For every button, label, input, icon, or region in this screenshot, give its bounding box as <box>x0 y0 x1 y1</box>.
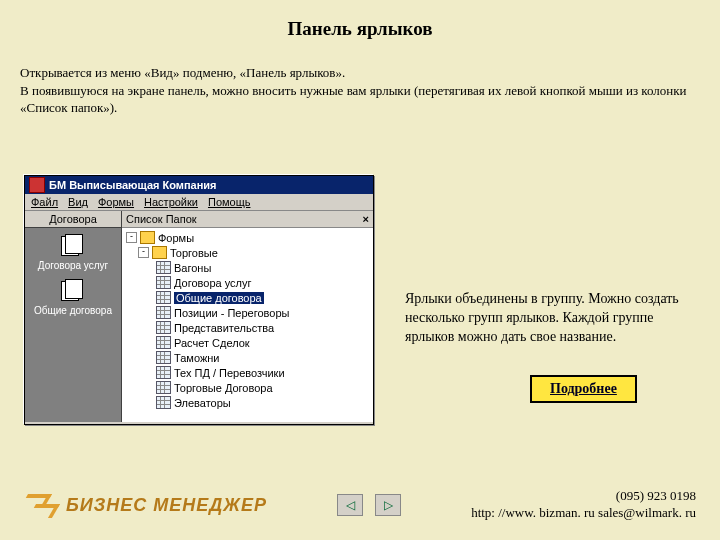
shortcut-group-header[interactable]: Договора <box>25 211 121 228</box>
tree-label: Договора услуг <box>174 277 252 289</box>
tree-label: Торговые <box>170 247 218 259</box>
contact-block: (095) 923 0198 http: //www. bizman. ru s… <box>471 488 696 522</box>
table-icon <box>156 381 171 394</box>
tree-row[interactable]: Позиции - Переговоры <box>122 305 373 320</box>
tree-title: Список Папок <box>126 213 197 225</box>
tree-label: Расчет Сделок <box>174 337 250 349</box>
tree-label: Позиции - Переговоры <box>174 307 289 319</box>
table-icon <box>156 351 171 364</box>
tree-row[interactable]: -Формы <box>122 230 373 245</box>
tree-row[interactable]: Тех ПД / Перевозчики <box>122 365 373 380</box>
logo-mark-icon <box>24 490 60 520</box>
tree-label: Представительства <box>174 322 274 334</box>
more-button[interactable]: Подробнее <box>530 375 637 403</box>
shortcut-docs-icon <box>59 234 87 258</box>
app-icon <box>29 177 45 193</box>
tree-label: Общие договора <box>174 292 264 304</box>
shortcut-label: Договора услуг <box>27 260 119 271</box>
tree-header: Список Папок × <box>122 211 373 228</box>
table-icon <box>156 321 171 334</box>
folder-tree-panel: Список Папок × -Формы-ТорговыеВагоныДого… <box>122 211 373 422</box>
tree-row[interactable]: Таможни <box>122 350 373 365</box>
menu-settings[interactable]: Настройки <box>144 196 198 208</box>
tree-row[interactable]: Общие договора <box>122 290 373 305</box>
menu-forms[interactable]: Формы <box>98 196 134 208</box>
shortcut-item[interactable]: Общие договора <box>25 273 121 318</box>
menu-view[interactable]: Вид <box>68 196 88 208</box>
tree-row[interactable]: Расчет Сделок <box>122 335 373 350</box>
tree-label: Тех ПД / Перевозчики <box>174 367 285 379</box>
intro-text: Открывается из меню «Вид» подменю, «Пане… <box>0 46 720 117</box>
table-icon <box>156 336 171 349</box>
tree-label: Формы <box>158 232 194 244</box>
tree-row[interactable]: Торговые Договора <box>122 380 373 395</box>
tree-row[interactable]: -Торговые <box>122 245 373 260</box>
contact-web: http: //www. bizman. ru sales@wilmark. r… <box>471 505 696 522</box>
app-window: БМ Выписывающая Компания Файл Вид Формы … <box>24 175 374 425</box>
side-caption: Ярлыки объединены в группу. Можно создат… <box>405 290 695 347</box>
window-title: БМ Выписывающая Компания <box>49 179 217 191</box>
tree-label: Вагоны <box>174 262 211 274</box>
titlebar: БМ Выписывающая Компания <box>25 176 373 194</box>
next-slide-button[interactable]: ▷ <box>375 494 401 516</box>
collapse-icon[interactable]: - <box>126 232 137 243</box>
contact-phone: (095) 923 0198 <box>471 488 696 505</box>
tree-row[interactable]: Элеваторы <box>122 395 373 410</box>
prev-slide-button[interactable]: ◁ <box>337 494 363 516</box>
tree-label: Торговые Договора <box>174 382 273 394</box>
table-icon <box>156 366 171 379</box>
folder-icon <box>140 231 155 244</box>
folder-icon <box>152 246 167 259</box>
menu-file[interactable]: Файл <box>31 196 58 208</box>
tree-close-button[interactable]: × <box>363 213 369 225</box>
shortcut-item[interactable]: Договора услуг <box>25 228 121 273</box>
page-title: Панель ярлыков <box>0 0 720 46</box>
table-icon <box>156 396 171 409</box>
tree-label: Элеваторы <box>174 397 231 409</box>
table-icon <box>156 261 171 274</box>
tree-row[interactable]: Представительства <box>122 320 373 335</box>
table-icon <box>156 291 171 304</box>
menu-bar: Файл Вид Формы Настройки Помощь <box>25 194 373 211</box>
tree-row[interactable]: Договора услуг <box>122 275 373 290</box>
slide-nav: ◁ ▷ <box>337 494 401 516</box>
logo-text: БИЗНЕС МЕНЕДЖЕР <box>66 495 267 516</box>
app-screenshot: БМ Выписывающая Компания Файл Вид Формы … <box>24 175 374 425</box>
brand-logo: БИЗНЕС МЕНЕДЖЕР <box>24 490 267 520</box>
menu-help[interactable]: Помощь <box>208 196 251 208</box>
shortcut-panel: Договора Договора услуг Общие договора <box>25 211 122 422</box>
shortcut-label: Общие договора <box>27 305 119 316</box>
shortcut-docs-icon <box>59 279 87 303</box>
tree-row[interactable]: Вагоны <box>122 260 373 275</box>
table-icon <box>156 306 171 319</box>
tree-label: Таможни <box>174 352 219 364</box>
table-icon <box>156 276 171 289</box>
collapse-icon[interactable]: - <box>138 247 149 258</box>
